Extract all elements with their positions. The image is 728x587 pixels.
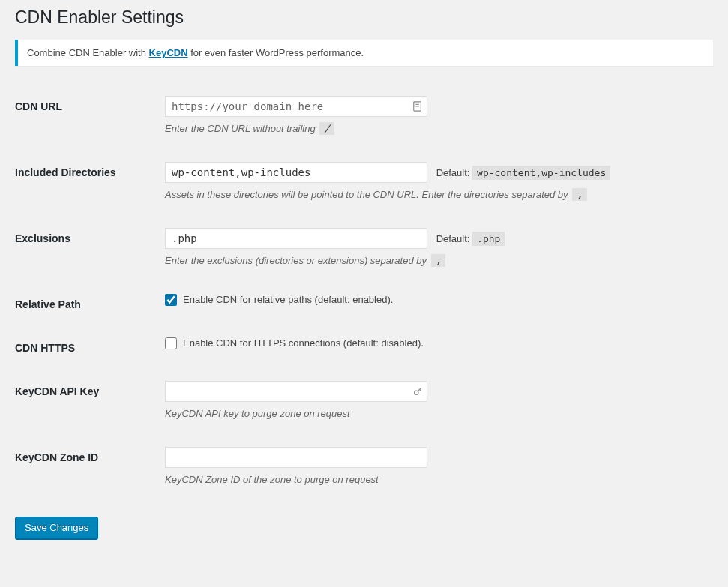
- key-icon: [412, 386, 423, 397]
- relative-path-label: Relative Path: [15, 283, 165, 326]
- notice-text-prefix: Combine CDN Enabler with: [27, 47, 149, 58]
- keycdn-link[interactable]: KeyCDN: [149, 47, 188, 58]
- svg-line-5: [420, 389, 421, 391]
- cdn-url-description: Enter the CDN URL without trailing: [165, 123, 316, 134]
- exclusions-description: Enter the exclusions (directories or ext…: [165, 255, 427, 266]
- included-directories-label: Included Directories: [15, 151, 165, 217]
- included-directories-default-label: Default:: [436, 167, 470, 178]
- included-directories-default-value: wp-content,wp-includes: [472, 166, 610, 180]
- cdn-url-input[interactable]: [165, 96, 427, 117]
- info-notice: Combine CDN Enabler with KeyCDN for even…: [15, 40, 713, 66]
- contacts-icon: [412, 101, 423, 112]
- exclusions-input[interactable]: [165, 228, 427, 249]
- relative-path-checkbox-label[interactable]: Enable CDN for relative paths (default: …: [165, 294, 706, 307]
- keycdn-api-key-label: KeyCDN API Key: [15, 370, 165, 436]
- keycdn-zone-id-label: KeyCDN Zone ID: [15, 436, 165, 502]
- keycdn-api-key-input[interactable]: [165, 381, 427, 402]
- settings-form: CDN URL Enter the CDN URL without traili…: [15, 85, 713, 502]
- cdn-https-label: CDN HTTPS: [15, 326, 165, 370]
- notice-text-suffix: for even faster WordPress performance.: [188, 47, 364, 58]
- cdn-https-checkbox-text: Enable CDN for HTTPS connections (defaul…: [183, 337, 424, 350]
- save-changes-button[interactable]: Save Changes: [15, 517, 98, 539]
- exclusions-default-value: .php: [472, 232, 505, 246]
- cdn-url-label: CDN URL: [15, 85, 165, 151]
- included-directories-description: Assets in these directories will be poin…: [165, 189, 568, 200]
- exclusions-description-code: ,: [431, 254, 446, 267]
- relative-path-checkbox-text: Enable CDN for relative paths (default: …: [183, 294, 393, 307]
- cdn-https-checkbox-label[interactable]: Enable CDN for HTTPS connections (defaul…: [165, 337, 706, 350]
- included-directories-description-code: ,: [572, 188, 587, 201]
- exclusions-default-label: Default:: [436, 233, 470, 244]
- exclusions-label: Exclusions: [15, 217, 165, 283]
- included-directories-input[interactable]: [165, 162, 427, 183]
- page-title: CDN Enabler Settings: [15, 0, 713, 32]
- keycdn-api-key-description: KeyCDN API key to purge zone on request: [165, 408, 706, 421]
- cdn-https-checkbox[interactable]: [165, 337, 177, 349]
- cdn-url-description-code: /: [319, 122, 334, 135]
- relative-path-checkbox[interactable]: [165, 294, 177, 306]
- keycdn-zone-id-description: KeyCDN Zone ID of the zone to purge on r…: [165, 474, 706, 487]
- keycdn-zone-id-input[interactable]: [165, 447, 427, 468]
